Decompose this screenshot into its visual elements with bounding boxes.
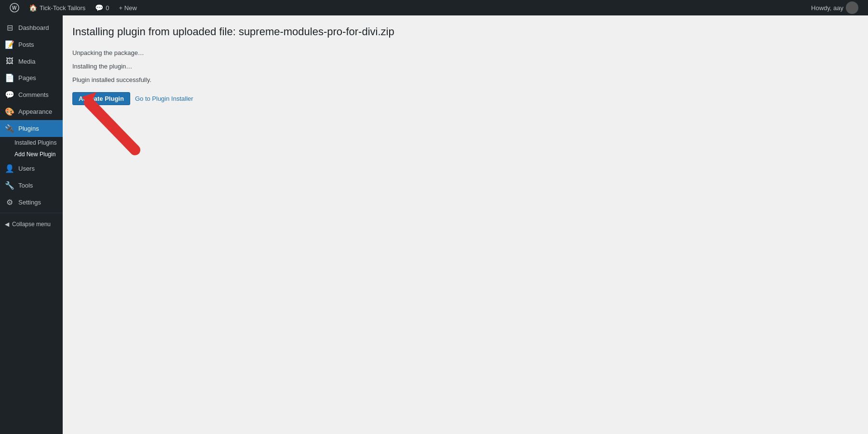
sidebar-item-label: Dashboard xyxy=(18,24,49,31)
sidebar-subitem-add-new-plugin[interactable]: Add New Plugin xyxy=(0,149,63,160)
sidebar-item-label: Appearance xyxy=(18,108,52,115)
sidebar-item-label: Plugins xyxy=(18,125,39,132)
adminbar-new[interactable]: + New xyxy=(114,0,142,15)
collapse-menu-button[interactable]: ◀ Collapse menu xyxy=(0,217,63,231)
posts-icon: 📝 xyxy=(5,40,14,49)
log-line-3: Plugin installed successfully. xyxy=(72,74,858,86)
sidebar-item-plugins[interactable]: 🔌 Plugins xyxy=(0,120,63,137)
sidebar-item-pages[interactable]: 📄 Pages xyxy=(0,69,63,86)
collapse-icon: ◀ xyxy=(5,221,9,228)
go-to-installer-link[interactable]: Go to Plugin Installer xyxy=(135,95,193,102)
sidebar-item-users[interactable]: 👤 Users xyxy=(0,160,63,177)
settings-icon: ⚙ xyxy=(5,198,14,207)
admin-bar: W 🏠 Tick-Tock Tailors 💬 0 + New Howdy, a… xyxy=(0,0,868,15)
action-buttons: Activate Plugin Go to Plugin Installer xyxy=(72,92,858,105)
adminbar-howdy[interactable]: Howdy, aay xyxy=(806,0,863,15)
appearance-icon: 🎨 xyxy=(5,107,14,116)
admin-menu: ⊟ Dashboard 📝 Posts 🖼 Media 📄 Pages 💬 Co… xyxy=(0,15,63,434)
user-avatar xyxy=(846,1,858,14)
sidebar-item-label: Tools xyxy=(18,182,33,189)
sidebar-item-settings[interactable]: ⚙ Settings xyxy=(0,194,63,211)
main-area: Installing plugin from uploaded file: su… xyxy=(72,25,858,105)
sidebar-item-dashboard[interactable]: ⊟ Dashboard xyxy=(0,19,63,36)
pages-icon: 📄 xyxy=(5,73,14,82)
svg-line-4 xyxy=(89,103,135,150)
wp-layout: ⊟ Dashboard 📝 Posts 🖼 Media 📄 Pages 💬 Co… xyxy=(0,15,868,434)
sidebar-item-label: Media xyxy=(18,58,35,65)
sidebar-item-label: Settings xyxy=(18,199,41,206)
comments-icon: 💬 xyxy=(5,90,14,99)
sidebar-item-appearance[interactable]: 🎨 Appearance xyxy=(0,103,63,120)
sidebar-item-label: Pages xyxy=(18,74,36,81)
comments-icon: 💬 xyxy=(95,4,103,12)
sidebar-item-media[interactable]: 🖼 Media xyxy=(0,53,63,69)
install-log: Unpacking the package… Installing the pl… xyxy=(72,47,858,86)
sidebar-item-posts[interactable]: 📝 Posts xyxy=(0,36,63,53)
sidebar-item-label: Posts xyxy=(18,41,34,48)
log-line-2: Installing the plugin… xyxy=(72,60,858,73)
sidebar-subitem-installed-plugins[interactable]: Installed Plugins xyxy=(0,137,63,149)
main-content: Installing plugin from uploaded file: su… xyxy=(63,15,868,434)
sidebar-item-label: Users xyxy=(18,165,35,172)
activate-plugin-button[interactable]: Activate Plugin xyxy=(72,92,130,105)
page-title: Installing plugin from uploaded file: su… xyxy=(72,25,858,39)
plugins-icon: 🔌 xyxy=(5,124,14,133)
adminbar-site-name[interactable]: 🏠 Tick-Tock Tailors xyxy=(24,0,90,15)
svg-text:W: W xyxy=(12,5,17,11)
adminbar-wp-logo[interactable]: W xyxy=(5,0,24,15)
dashboard-icon: ⊟ xyxy=(5,23,14,32)
sidebar-item-comments[interactable]: 💬 Comments xyxy=(0,86,63,103)
menu-separator xyxy=(0,213,63,213)
adminbar-right: Howdy, aay xyxy=(806,0,863,15)
tools-icon: 🔧 xyxy=(5,181,14,190)
adminbar-left: W 🏠 Tick-Tock Tailors 💬 0 + New xyxy=(5,0,142,15)
sidebar-item-label: Comments xyxy=(18,91,49,98)
log-line-1: Unpacking the package… xyxy=(72,47,858,59)
adminbar-comments[interactable]: 💬 0 xyxy=(90,0,114,15)
sidebar-item-tools[interactable]: 🔧 Tools xyxy=(0,177,63,194)
users-icon: 👤 xyxy=(5,164,14,173)
media-icon: 🖼 xyxy=(5,57,14,66)
